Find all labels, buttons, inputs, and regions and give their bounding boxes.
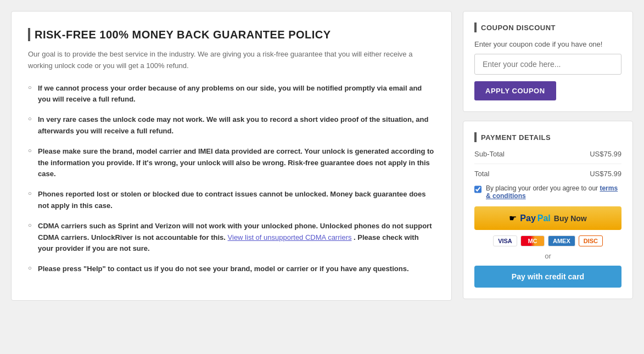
subtotal-value: US$75.99 [590,150,621,158]
credit-card-button[interactable]: Pay with credit card [474,266,621,288]
list-item: CDMA carriers such as Sprint and Verizon… [28,221,435,255]
payment-card: PAYMENT DETAILS Sub-Total US$75.99 Total… [463,121,633,299]
paypal-p-blue: Pay [520,213,535,223]
card-logos: VISA MC AMEX DISC [474,235,621,246]
coupon-section-title: COUPON DISCOUNT [481,24,556,32]
visa-logo: VISA [493,235,517,246]
list-item: In very rare cases the unlock code may n… [28,114,435,137]
paypal-button[interactable]: ☛ PayPal Buy Now [474,206,621,230]
list-item-text: Please make sure the brand, model carrie… [38,147,434,178]
list-item: Please press "Help" to contact us if you… [28,263,435,275]
payment-section-title: PAYMENT DETAILS [481,133,551,142]
list-item-text: In very rare cases the unlock code may n… [38,115,428,135]
intro-text: Our goal is to provide the best service … [28,49,435,72]
total-row: Total US$75.99 [474,170,621,178]
list-item-text: Phones reported lost or stolen or blocke… [38,190,425,210]
list-item: Please make sure the brand, model carrie… [28,146,435,180]
payment-divider [474,164,621,164]
mastercard-logo: MC [520,235,545,246]
paypal-hand-icon: ☛ [509,213,517,223]
total-label: Total [474,170,489,178]
left-panel: RISK-FREE 100% MONEY BACK GUARANTEE POLI… [11,11,452,301]
policy-list: If we cannot process your order because … [28,83,435,275]
subtotal-row: Sub-Total US$75.99 [474,150,621,158]
payment-header: PAYMENT DETAILS [474,132,621,142]
terms-checkbox[interactable] [474,186,481,193]
discover-logo: DISC [579,235,603,246]
list-item-text: Please press "Help" to contact us if you… [38,265,409,273]
coupon-header: COUPON DISCOUNT [474,23,621,32]
section-bar-icon [28,28,30,41]
amex-logo: AMEX [548,235,575,246]
paypal-logo: PayPal [520,213,550,223]
paypal-buy-now-text: Buy Now [554,214,587,223]
guarantee-title: RISK-FREE 100% MONEY BACK GUARANTEE POLI… [35,29,331,41]
paypal-pal-light: Pal [537,213,551,223]
coupon-label: Enter your coupon code if you have one! [474,40,621,48]
right-panel: COUPON DISCOUNT Enter your coupon code i… [463,11,633,301]
subtotal-label: Sub-Total [474,150,505,158]
list-item: Phones reported lost or stolen or blocke… [28,189,435,212]
list-item: If we cannot process your order because … [28,83,435,106]
payment-bar-icon [474,132,477,142]
coupon-card: COUPON DISCOUNT Enter your coupon code i… [463,11,633,112]
cdma-link[interactable]: View list of unsupported CDMA carriers [228,233,352,241]
coupon-input[interactable] [474,54,621,75]
total-value: US$75.99 [590,170,621,178]
terms-text: By placing your order you agree to our t… [486,184,621,200]
or-text: or [474,252,621,260]
list-item-text: If we cannot process your order because … [38,84,422,104]
terms-row: By placing your order you agree to our t… [474,184,621,200]
apply-coupon-button[interactable]: APPLY COUPON [474,81,556,100]
page-wrapper: RISK-FREE 100% MONEY BACK GUARANTEE POLI… [11,11,633,301]
section-header: RISK-FREE 100% MONEY BACK GUARANTEE POLI… [28,28,435,41]
coupon-bar-icon [474,23,477,32]
